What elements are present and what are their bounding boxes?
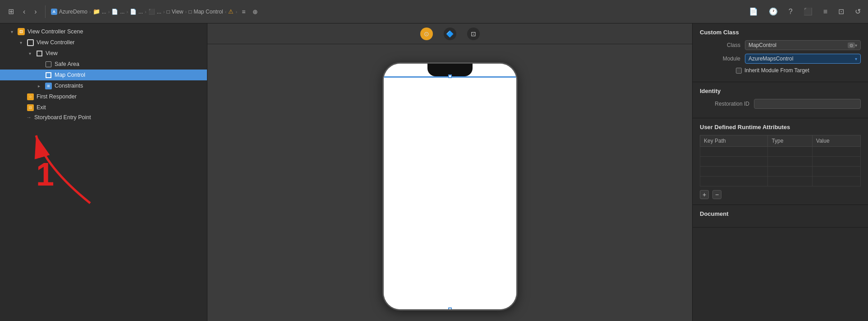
scene-label: View Controller Scene xyxy=(28,28,83,35)
document-title: Document xyxy=(700,210,861,217)
identity-section: Identity Restoration ID xyxy=(693,82,868,118)
breadcrumb-storyboard[interactable]: ⬛ ... xyxy=(148,9,161,15)
breadcrumb-doc2-label: ... xyxy=(138,9,143,15)
nav-item-entrypoint[interactable]: → Storyboard Entry Point xyxy=(0,113,207,122)
breadcrumb-azuredemo[interactable]: A AzureDemo xyxy=(51,9,87,15)
nav-item-exit[interactable]: ⊡ Exit xyxy=(0,102,207,113)
refresh-btn[interactable]: ↺ xyxy=(853,5,863,18)
chevron-constraints xyxy=(38,84,44,88)
adjust-btn[interactable]: ≡ xyxy=(822,6,829,18)
class-value: MapControl xyxy=(749,42,846,48)
handle-bottom-right[interactable] xyxy=(514,307,518,311)
breadcrumb-doc1[interactable]: 📄 ... xyxy=(111,9,124,15)
breadcrumb-chevron-1: › xyxy=(89,9,91,14)
sidebar-toggle[interactable]: ⊡ xyxy=(836,5,846,18)
cell-keypath-2 xyxy=(700,157,768,167)
handle-top-center[interactable] xyxy=(448,74,452,78)
nav-item-mapcontrol[interactable]: Map Control xyxy=(0,70,207,80)
canvas-content xyxy=(382,44,518,321)
entrypoint-label: Storyboard Entry Point xyxy=(34,114,91,121)
cell-value-4 xyxy=(812,177,860,186)
chevron-view xyxy=(29,51,35,56)
custom-class-section: Custom Class Class MapControl ⊙ ▾ Module… xyxy=(693,23,868,82)
exit-icon: ⊡ xyxy=(26,103,34,112)
nav-item-constraints[interactable]: ⊞ Constraints xyxy=(0,80,207,91)
breadcrumb-mapcontrol-label: Map Control xyxy=(193,9,223,15)
selection-border-right xyxy=(516,76,518,309)
cell-keypath-3 xyxy=(700,167,768,177)
breadcrumb-chevron-5: › xyxy=(163,9,165,14)
class-label: Class xyxy=(700,42,745,48)
breadcrumb-view[interactable]: □ View xyxy=(166,9,183,15)
class-dropdown-icon: ⊙ xyxy=(848,42,855,48)
mapcontrol-icon-nav xyxy=(44,71,52,79)
azuredemo-icon: A xyxy=(51,9,57,15)
nav-item-responder[interactable]: ☆ First Responder xyxy=(0,91,207,102)
table-row-empty-3 xyxy=(700,167,861,177)
chevron-scene xyxy=(11,29,17,34)
grid-icon-btn[interactable]: ⊞ xyxy=(5,5,17,18)
view-icon-bc: □ xyxy=(166,9,170,15)
constraints-icon: ⊞ xyxy=(44,82,52,90)
canvas-tool-grid[interactable]: ⊡ xyxy=(467,28,480,40)
main-content: ⊡ View Controller Scene View Controller … xyxy=(0,23,868,321)
scene-icon: ⊡ xyxy=(17,28,25,36)
help-btn[interactable]: ? xyxy=(787,6,795,18)
vc-label: View Controller xyxy=(37,39,75,46)
cell-value-3 xyxy=(812,167,860,177)
inherit-checkbox-row: Inherit Module From Target xyxy=(700,67,861,74)
plus-btn[interactable]: ⊕ xyxy=(250,6,261,17)
chevron-vc xyxy=(20,40,26,45)
mapcontrol-label: Map Control xyxy=(55,72,85,78)
breadcrumb-azuredemo-label: AzureDemo xyxy=(59,9,87,15)
forward-btn[interactable]: › xyxy=(32,6,39,18)
back-btn[interactable]: ‹ xyxy=(20,6,28,18)
toolbar: ⊞ ‹ › A AzureDemo › 📁 ... › 📄 ... › 📄 ..… xyxy=(0,0,868,23)
breadcrumb-folder-label: ... xyxy=(102,9,106,15)
restoration-id-input[interactable] xyxy=(754,99,861,109)
history-btn[interactable]: 🕐 xyxy=(767,5,780,18)
canvas-tool-shape[interactable]: 🔷 xyxy=(444,28,456,40)
handle-bottom-center[interactable] xyxy=(448,307,452,311)
handle-bottom-left[interactable] xyxy=(382,307,386,311)
phone-frame xyxy=(382,62,518,311)
warning-icon[interactable]: ⚠ xyxy=(228,8,234,15)
view-label: View xyxy=(46,50,58,56)
breadcrumb-doc1-label: ... xyxy=(120,9,124,15)
class-dropdown[interactable]: MapControl ⊙ ▾ xyxy=(745,40,861,50)
breadcrumb-doc2[interactable]: 📄 ... xyxy=(130,9,143,15)
navigator: ⊡ View Controller Scene View Controller … xyxy=(0,23,207,321)
breadcrumb-mapcontrol[interactable]: □ Map Control xyxy=(188,9,223,15)
cell-type-2 xyxy=(768,157,812,167)
table-row-empty-4 xyxy=(700,177,861,186)
new-file-btn[interactable]: 📄 xyxy=(747,5,760,18)
class-row: Class MapControl ⊙ ▾ xyxy=(700,40,861,50)
doc1-icon: 📄 xyxy=(111,9,118,15)
breadcrumb-chevron-2: › xyxy=(108,9,110,14)
safearea-icon xyxy=(44,60,52,68)
nav-item-vc[interactable]: View Controller xyxy=(0,37,207,48)
breadcrumb-storyboard-label: ... xyxy=(157,9,161,15)
module-dropdown[interactable]: AzureMapsControl ▾ xyxy=(745,54,861,64)
view-icon-nav xyxy=(35,49,43,57)
table-row-empty-2 xyxy=(700,157,861,167)
breadcrumb-chevron-7: › xyxy=(235,9,237,14)
responder-label: First Responder xyxy=(37,93,77,100)
add-row-btn[interactable]: + xyxy=(700,190,709,199)
table-actions: + − xyxy=(700,190,861,199)
breadcrumb-folder[interactable]: 📁 ... xyxy=(93,8,106,15)
nav-item-view[interactable]: View xyxy=(0,48,207,59)
module-row: Module AzureMapsControl ▾ xyxy=(700,54,861,64)
inherit-checkbox[interactable] xyxy=(736,68,742,74)
document-section: Document xyxy=(693,205,868,228)
col-type: Type xyxy=(768,135,812,147)
col-value: Value xyxy=(812,135,860,147)
doc2-icon: 📄 xyxy=(130,9,137,15)
remove-row-btn[interactable]: − xyxy=(712,190,721,199)
canvas-tool-circle[interactable]: ⊙ xyxy=(420,28,433,40)
nav-item-safearea[interactable]: Safe Area xyxy=(0,59,207,70)
code-view-btn[interactable]: ⬛ xyxy=(802,5,814,18)
breadcrumb-chevron-warning: ‹ xyxy=(225,9,227,14)
hamburger-icon[interactable]: ≡ xyxy=(239,6,248,17)
nav-item-scene[interactable]: ⊡ View Controller Scene xyxy=(0,26,207,37)
